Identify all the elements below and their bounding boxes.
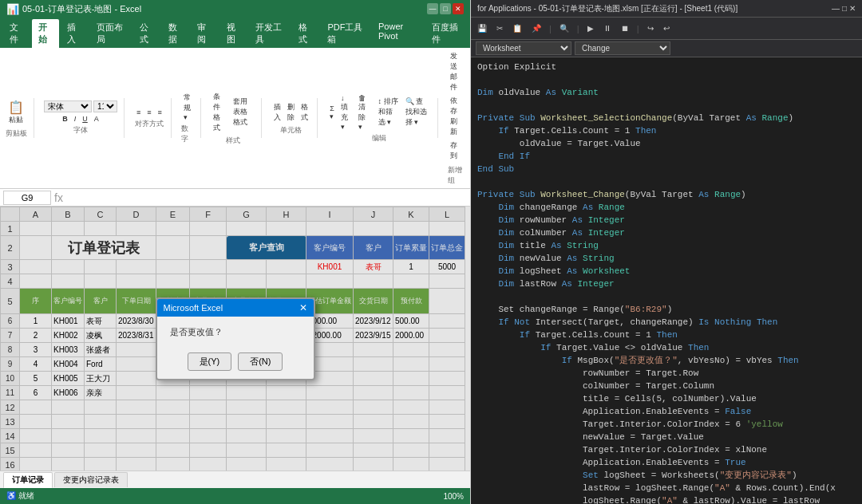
insert-cells-btn[interactable]: 插入: [271, 101, 283, 124]
number-format-btn[interactable]: 常规 ▾: [181, 92, 195, 122]
name-box[interactable]: G9: [3, 191, 51, 205]
dialog-close-btn[interactable]: ✕: [299, 302, 307, 313]
excel-title: 05-01-订单登记表-地图 - Excel: [22, 3, 141, 15]
dialog-yes-btn[interactable]: 是(Y): [188, 352, 232, 371]
vba-pause-btn[interactable]: ⏸: [600, 22, 615, 34]
vba-step-btn[interactable]: ↪: [644, 22, 657, 34]
format-cells-btn[interactable]: 格式: [299, 101, 310, 124]
code-line: If Target.Cells.Count = 1 Then: [477, 329, 856, 341]
code-line: title = Cells(5, colNumber).Value: [477, 392, 856, 405]
code-line: Target.Interior.ColorIndex = 6 'yellow: [477, 418, 856, 431]
vba-paste-btn[interactable]: 📌: [528, 22, 544, 34]
sort-btn[interactable]: ↕ 排序和筛选 ▾: [376, 96, 401, 128]
code-line: Dim title As String: [477, 239, 856, 252]
titlebar-controls: — □ ✕: [427, 3, 464, 14]
vba-copy-btn[interactable]: 📋: [509, 22, 525, 34]
italic-btn[interactable]: I: [72, 114, 79, 124]
tab-dev[interactable]: 开发工具: [249, 19, 291, 48]
vba-titlebar: for Applications - 05-01-订单登记表-地图.xlsm […: [471, 0, 862, 18]
cells-label: 单元格: [280, 125, 302, 136]
formula-bar: G9 fx: [0, 189, 470, 207]
code-line: If MsgBox("是否更改值？", vbYesNo) = vbYes The…: [477, 354, 856, 367]
vba-stepover-btn[interactable]: ↩: [660, 22, 673, 34]
conditional-btn[interactable]: 条件格式: [211, 91, 228, 134]
fontsize-select[interactable]: 11: [93, 100, 117, 112]
code-line: Private Sub Worksheet_Change(ByVal Targe…: [477, 188, 856, 201]
find-btn[interactable]: 🔍 查找和选择 ▾: [403, 96, 431, 128]
addin1-btn[interactable]: 发送邮件: [448, 50, 465, 93]
formula-sep: fx: [54, 191, 63, 204]
tab-data[interactable]: 数据: [162, 19, 189, 48]
tab-file[interactable]: 文件: [3, 19, 30, 48]
code-line: End If: [477, 150, 856, 163]
sheet-tab-orders[interactable]: 订单记录: [3, 472, 53, 488]
paste-btn[interactable]: 📋 粘贴: [5, 98, 27, 127]
minimize-btn[interactable]: —: [427, 3, 438, 14]
vba-stop-btn[interactable]: ⏹: [618, 22, 632, 34]
tab-baidu[interactable]: 百度插件: [425, 19, 467, 48]
code-line: rowNumber = Target.Row: [477, 367, 856, 380]
vba-code-area[interactable]: Option Explicit Dim oldValue As Variant …: [471, 57, 862, 504]
addin3-btn[interactable]: 存到: [448, 140, 465, 162]
sum-btn[interactable]: Σ ▾: [327, 104, 337, 121]
code-line: logSheet.Range("A" & lastRow).Value = la…: [477, 494, 856, 504]
sheet-tab-changes[interactable]: 变更内容记录表: [54, 472, 128, 487]
align-left-btn[interactable]: ≡: [134, 108, 143, 117]
code-line: Dim lastRow As Integer: [477, 278, 856, 290]
vba-sep2: |: [575, 24, 581, 33]
code-line: Set changeRange = Range("B6:R29"): [477, 303, 856, 316]
font-select[interactable]: 宋体: [44, 100, 92, 112]
vba-selects: Worksheet Change: [471, 40, 862, 57]
font-group: 宋体 11 B I U A 字体: [44, 98, 125, 138]
tab-formula[interactable]: 公式: [133, 19, 160, 48]
clear-btn[interactable]: 🗑 清除 ▾: [356, 93, 374, 132]
addin2-btn[interactable]: 依存刷新: [448, 95, 465, 138]
tab-insert[interactable]: 插入: [61, 19, 88, 48]
vba-save-btn[interactable]: 💾: [474, 22, 490, 34]
excel-titlebar: 📊 05-01-订单登记表-地图 - Excel — □ ✕: [0, 0, 470, 18]
delete-cells-btn[interactable]: 删除: [285, 101, 297, 124]
code-line: Private Sub Worksheet_SelectionChange(By…: [477, 112, 856, 124]
code-line: Dim logSheet As Worksheet: [477, 265, 856, 278]
code-line: Dim colNumber As Integer: [477, 226, 856, 239]
accessibility-icon: ♿: [6, 491, 16, 500]
close-btn[interactable]: ✕: [453, 3, 464, 14]
ribbon-tabs: 文件 开始 插入 页面布局 公式 数据 审阅 视图 开发工具 格式 PDF工具箱…: [0, 18, 470, 48]
tab-view[interactable]: 视图: [220, 19, 247, 48]
underline-btn[interactable]: U: [80, 114, 90, 124]
vba-sep1: |: [548, 24, 553, 33]
code-line: [477, 99, 856, 112]
fill-btn[interactable]: ↓ 填充 ▾: [338, 93, 354, 132]
align-center-btn[interactable]: ≡: [144, 108, 153, 117]
vba-cut-btn[interactable]: ✂: [493, 22, 506, 34]
number-label: 数字: [181, 124, 195, 144]
tab-review[interactable]: 审阅: [191, 19, 218, 48]
tab-pdf[interactable]: PDF工具箱: [321, 19, 370, 48]
font-label: 字体: [73, 125, 88, 136]
clipboard-label: 剪贴板: [6, 128, 27, 139]
number-group: 常规 ▾ 数字: [181, 98, 202, 138]
vba-maximize-btn[interactable]: □: [842, 4, 847, 13]
dialog-no-btn[interactable]: 否(N): [238, 352, 283, 371]
excel-app-icon: 📊: [6, 3, 19, 15]
code-line: End Sub: [477, 163, 856, 175]
align-right-btn[interactable]: ≡: [156, 108, 164, 117]
align-group: ≡ ≡ ≡ 对齐方式: [134, 98, 172, 138]
vba-run-btn[interactable]: ▶: [584, 22, 597, 34]
edit-label: 编辑: [372, 133, 386, 144]
titlebar-left: 📊 05-01-订单登记表-地图 - Excel: [6, 3, 141, 15]
tab-layout[interactable]: 页面布局: [90, 19, 132, 48]
vba-module-select[interactable]: Worksheet: [476, 41, 571, 55]
maximize-btn[interactable]: □: [440, 3, 451, 14]
vba-procedure-select[interactable]: Change: [575, 41, 670, 55]
tab-format[interactable]: 格式: [292, 19, 319, 48]
vba-minimize-btn[interactable]: —: [832, 4, 840, 13]
fontcolor-btn[interactable]: A: [92, 114, 101, 124]
vba-close-btn[interactable]: ✕: [849, 4, 856, 13]
table-btn[interactable]: 套用表格格式: [231, 96, 255, 128]
tab-powerpivot[interactable]: Power Pivot: [372, 19, 424, 48]
tab-home[interactable]: 开始: [32, 19, 59, 48]
dialog-titlebar: Microsoft Excel ✕: [157, 299, 314, 317]
bold-btn[interactable]: B: [60, 114, 70, 124]
vba-find-btn[interactable]: 🔍: [556, 22, 572, 34]
